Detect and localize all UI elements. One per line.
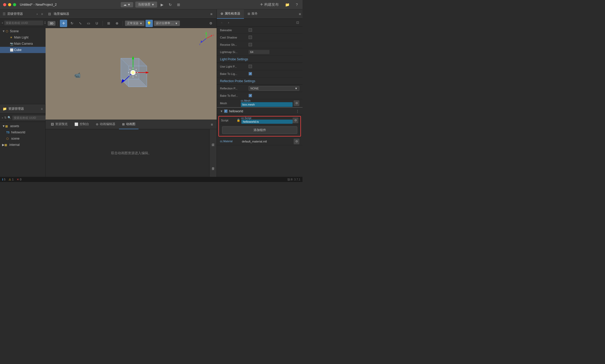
build-btn[interactable]: ✈ 构建发布 xyxy=(259,2,280,8)
prop-bake-to-light: Bake To Lig... ✓ xyxy=(217,70,302,77)
nav-forward-btn[interactable]: › xyxy=(226,20,231,25)
hierarchy-search-input[interactable] xyxy=(4,21,43,25)
add-component-btn[interactable]: 添加组件 xyxy=(222,126,297,134)
asset-item-assets[interactable]: ▼ ▦ assets xyxy=(0,123,45,129)
inspector-menu-btn[interactable]: ≡ xyxy=(297,11,302,17)
asset-item-scene[interactable]: ⬡ scene xyxy=(0,135,45,142)
svg-point-13 xyxy=(131,71,135,74)
main-layout: ☰ 层级管理器 + ≡ + ☰ ▼ ⬡ Scene ▶ xyxy=(0,9,302,177)
universal-tool-btn[interactable]: U xyxy=(93,20,100,27)
tab-properties[interactable]: ⚙ 属性检查器 xyxy=(217,9,244,19)
minimize-button[interactable] xyxy=(8,3,11,6)
assets-menu-icon[interactable]: ≡ xyxy=(41,107,43,111)
bake-to-light-checkbox[interactable]: ✓ xyxy=(249,72,252,75)
scene-file-icon: ⬡ xyxy=(6,137,10,140)
error-count: 0 xyxy=(20,178,21,181)
bottom-panel: 🖼 资源预览 ⬜ 控制台 ⊛ 动画编辑器 ⊞ 动画图 ≡ 双击动画图资源 xyxy=(46,120,217,177)
script-lock-icon: 🔒 xyxy=(237,119,240,122)
current-scene-btn[interactable]: 当前场景 ▼ xyxy=(135,2,157,8)
hierarchy-add-btn[interactable]: + xyxy=(35,12,40,16)
default-material-field: default_material.mtl ⊙ xyxy=(241,139,299,144)
script-select-btn[interactable]: ⊙ xyxy=(293,118,298,123)
hierarchy-add-small-btn[interactable]: + xyxy=(2,21,3,24)
camera-icon: 📷 xyxy=(10,42,14,46)
tab-services[interactable]: ⊞ 服务 xyxy=(244,9,261,19)
rotate-tool-btn[interactable]: ↻ xyxy=(68,20,75,27)
lightmap-size-label: Lightmap Si... xyxy=(220,50,249,54)
3d-btn[interactable]: 3D xyxy=(48,21,55,26)
toolbar-sep-2 xyxy=(103,21,103,26)
assets-search-btn[interactable]: 🔍 xyxy=(8,116,11,119)
scale-tool-btn[interactable]: ⤡ xyxy=(77,20,84,27)
tab-console[interactable]: ⬜ 控制台 xyxy=(71,120,92,129)
use-light-probe-checkbox[interactable] xyxy=(249,65,252,68)
reflection-p-dropdown[interactable]: NONE ▼ xyxy=(249,86,299,91)
mesh-select-btn[interactable]: ⊙ xyxy=(294,100,299,106)
asset-item-helloworld[interactable]: TS helloworld xyxy=(0,129,45,135)
assets-add-btn[interactable]: + xyxy=(2,116,3,119)
properties-tab-icon: ⚙ xyxy=(220,12,223,16)
hierarchy-item-scene[interactable]: ▼ ⬡ Scene xyxy=(0,28,46,34)
prop-mesh: Mesh cc.Mesh box.mesh ⊙ xyxy=(217,99,302,107)
scene-toolbar: 3D ✛ ↻ ⤡ ▭ U ⊞ ⊕ 正常渲染 ▼ 💡 设计分辨率 … ▼ xyxy=(46,19,217,28)
bakeable-checkbox[interactable] xyxy=(249,28,252,32)
helloworld-checkbox[interactable]: ✓ xyxy=(224,109,228,113)
tab-animation-graph[interactable]: ⊞ 动画图 xyxy=(119,120,138,129)
script-label: Script xyxy=(221,119,237,122)
helloworld-menu-btn[interactable]: ⋮ xyxy=(296,109,299,113)
scene-mode-btn[interactable]: ☁ ▼ xyxy=(121,2,133,7)
internal-folder-icon: ▦ xyxy=(4,143,9,147)
receive-shadow-checkbox[interactable] xyxy=(249,43,252,46)
nav-back-btn[interactable]: ‹ xyxy=(219,20,225,25)
folder-btn[interactable]: 📁 xyxy=(283,2,291,7)
script-row: Script 🔒 cc.Script helloworld.ts ⊙ xyxy=(219,116,300,124)
pivot-btn[interactable]: ⊞ xyxy=(105,20,112,27)
bottom-content: 双击动画图资源进入编辑。 层级 变量 xyxy=(46,129,217,177)
cc-script-label: cc.Script xyxy=(241,117,293,120)
hierarchy-item-main-light[interactable]: ▶ ☀ Main Light xyxy=(0,34,46,41)
tab-asset-preview[interactable]: 🖼 资源预览 xyxy=(48,120,71,129)
layout-btn[interactable]: ⊞ xyxy=(175,2,182,7)
inspector-panel: ⚙ 属性检查器 ⊞ 服务 ≡ ‹ › ⊡ Bakeable Cast Shado… xyxy=(217,9,302,177)
assets-folder-icon: ▦ xyxy=(5,125,9,128)
close-button[interactable] xyxy=(3,3,6,6)
scene-viewport[interactable]: 📹 xyxy=(46,28,217,120)
help-btn[interactable]: ? xyxy=(294,2,299,7)
viewport-content: 📹 xyxy=(46,28,217,120)
render-mode-dropdown[interactable]: 正常渲染 ▼ xyxy=(125,21,144,26)
assets-folder-chevron: ▼ xyxy=(2,124,5,128)
status-error: ✕ 0 xyxy=(17,178,21,181)
cast-shadow-checkbox[interactable] xyxy=(249,36,252,39)
hierarchy-item-cube[interactable]: ▶ ⬜ Cube xyxy=(0,47,46,53)
title-bar: Untitled* - NewProject_2 ☁ ▼ 当前场景 ▼ ▶ ↻ … xyxy=(0,0,302,9)
tab-animation-editor[interactable]: ⊛ 动画编辑器 xyxy=(93,120,118,129)
refresh-btn[interactable]: ↻ xyxy=(167,2,173,7)
maximize-button[interactable] xyxy=(13,3,16,6)
nav-pin-btn[interactable]: ⊡ xyxy=(295,20,300,25)
prop-cast-shadow: Cast Shadow xyxy=(217,34,302,41)
lightmap-size-input[interactable] xyxy=(249,50,269,54)
lighting-btn[interactable]: 💡 xyxy=(146,20,153,27)
global-btn[interactable]: ⊕ xyxy=(113,20,121,27)
bake-to-ref-checkbox[interactable]: ✓ xyxy=(249,94,252,97)
toolbar-sep-1 xyxy=(58,21,58,26)
scene-editor-menu-btn[interactable]: ≡ xyxy=(209,11,214,17)
rect-tool-btn[interactable]: ▭ xyxy=(85,20,92,27)
asset-item-internal[interactable]: ▶ ▦ internal xyxy=(0,142,45,148)
hierarchy-item-main-camera[interactable]: ▶ 📷 Main Camera xyxy=(0,41,46,47)
traffic-lights xyxy=(3,3,16,6)
resolution-dropdown[interactable]: 设计分辨率 … ▼ xyxy=(154,21,180,26)
warn-count: 1 xyxy=(12,178,14,181)
hierarchy-menu-icon[interactable]: ≡ xyxy=(41,12,43,16)
default-material-select-btn[interactable]: ⊙ xyxy=(294,139,299,144)
settings-btn[interactable]: ⚙ xyxy=(207,20,215,27)
info-count: 5 xyxy=(4,178,5,181)
toolbar-center: ☁ ▼ 当前场景 ▼ ▶ ↻ ⊞ xyxy=(121,2,182,8)
move-tool-btn[interactable]: ✛ xyxy=(60,20,67,27)
warn-icon: ⚠ xyxy=(9,178,11,181)
assets-sort-btn[interactable]: ⇅ xyxy=(4,116,7,119)
play-btn[interactable]: ▶ xyxy=(159,2,165,7)
mesh-label: Mesh xyxy=(220,102,241,105)
bottom-panel-menu-btn[interactable]: ≡ xyxy=(209,122,215,127)
helloworld-chevron[interactable]: ▼ xyxy=(220,109,223,113)
